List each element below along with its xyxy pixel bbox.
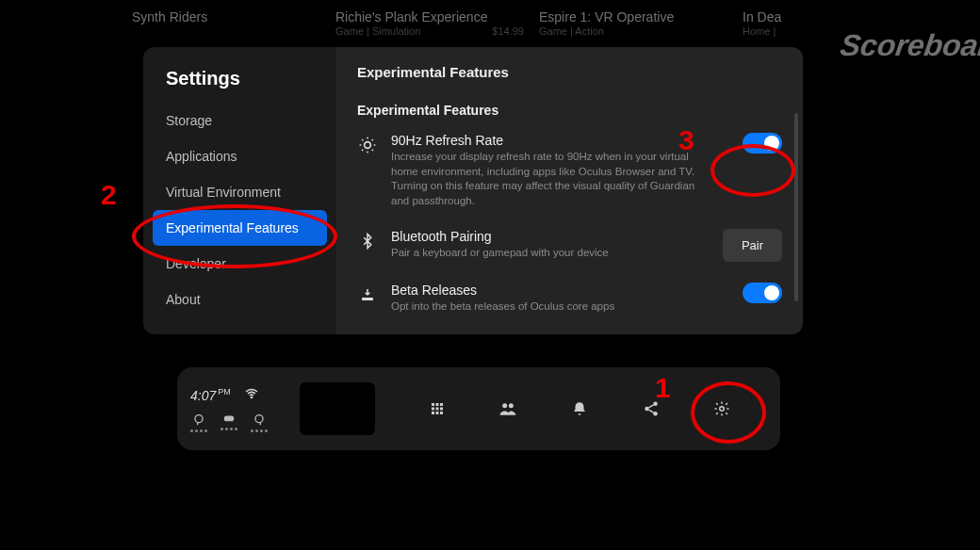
feature-description: Pair a keyboard or gamepad with your dev… [391, 246, 710, 261]
headset-icon [220, 412, 237, 432]
annotation-label-1: 1 [655, 372, 671, 404]
store-tile: In Dea Home | [743, 8, 856, 37]
svg-line-7 [362, 150, 363, 151]
system-dock: 4:07PM [177, 367, 780, 450]
store-tile: Richie's Plank Experience Game | Simulat… [335, 8, 524, 37]
annotation-label-3: 3 [678, 124, 694, 156]
sidebar-item-about[interactable]: About [143, 282, 336, 317]
annotation-label-2: 2 [101, 179, 117, 211]
bluetooth-icon [357, 231, 378, 251]
svg-point-11 [195, 414, 203, 422]
svg-line-6 [372, 150, 373, 151]
bell-icon[interactable] [568, 397, 591, 420]
profile-tile[interactable] [300, 382, 375, 435]
sidebar-item-storage[interactable]: Storage [143, 103, 336, 138]
page-title: Experimental Features [357, 64, 782, 80]
feature-name: Beta Releases [391, 283, 729, 298]
settings-content: Experimental Features Experimental Featu… [336, 47, 803, 334]
tile-subtitle: Game | Action [539, 25, 604, 37]
feature-description: Opt into the beta releases of Oculus cor… [391, 299, 711, 315]
gear-icon[interactable] [710, 397, 733, 420]
apps-icon[interactable] [426, 397, 449, 420]
left-controller-icon [190, 412, 207, 432]
svg-point-0 [365, 142, 371, 149]
sidebar-item-developer[interactable]: Developer [143, 246, 336, 282]
sidebar-item-virtual-environment[interactable]: Virtual Environment [143, 174, 336, 210]
tile-title: In Dea [743, 9, 856, 24]
svg-rect-14 [432, 403, 434, 406]
feature-name: Bluetooth Pairing [391, 229, 710, 244]
clock: 4:07PM [190, 387, 231, 403]
brightness-icon [357, 135, 378, 155]
dock-nav [392, 397, 767, 420]
svg-rect-19 [440, 408, 443, 411]
sidebar-item-experimental-features[interactable]: Experimental Features [153, 210, 327, 246]
download-icon [357, 284, 378, 305]
tile-subtitle: Home | [743, 25, 776, 37]
svg-point-10 [251, 396, 252, 397]
settings-sidebar: Settings Storage Applications Virtual En… [143, 47, 336, 334]
tile-title: Espire 1: VR Operative [539, 9, 727, 24]
svg-rect-9 [362, 298, 373, 300]
settings-panel: Settings Storage Applications Virtual En… [143, 47, 803, 334]
tile-title: Synth Riders [132, 9, 320, 24]
svg-rect-15 [435, 403, 438, 406]
svg-rect-21 [435, 412, 438, 414]
svg-point-23 [503, 403, 508, 408]
svg-rect-20 [432, 412, 434, 414]
tile-subtitle: Game | Simulation [335, 25, 420, 37]
svg-line-5 [362, 139, 363, 140]
feature-row-refresh-rate: 90Hz Refresh Rate Increase your display … [357, 133, 782, 208]
svg-rect-16 [440, 403, 443, 406]
svg-line-8 [372, 139, 373, 140]
tile-title: Richie's Plank Experience [335, 9, 524, 24]
right-controller-icon [251, 412, 268, 432]
bluetooth-pair-button[interactable]: Pair [723, 229, 782, 262]
dock-status-area: 4:07PM [190, 386, 294, 432]
svg-rect-17 [432, 408, 434, 411]
sidebar-item-applications[interactable]: Applications [143, 138, 336, 174]
svg-point-13 [255, 414, 263, 422]
feature-description: Increase your display refresh rate to 90… [391, 150, 711, 208]
svg-point-27 [653, 412, 658, 416]
feature-row-bluetooth: Bluetooth Pairing Pair a keyboard or gam… [357, 229, 782, 262]
settings-title: Settings [143, 68, 336, 103]
svg-point-24 [509, 403, 514, 408]
scoreboard-text: Scoreboar [838, 28, 980, 63]
wifi-icon[interactable] [244, 386, 259, 405]
feature-row-beta: Beta Releases Opt into the beta releases… [357, 283, 782, 315]
people-icon[interactable] [497, 397, 519, 420]
svg-point-28 [720, 407, 725, 412]
svg-rect-12 [224, 415, 235, 421]
svg-rect-22 [440, 412, 443, 414]
scrollbar[interactable] [794, 113, 798, 301]
refresh-rate-toggle[interactable] [743, 133, 782, 154]
tile-price: $14.99 [492, 25, 524, 37]
svg-point-26 [645, 407, 649, 412]
svg-rect-18 [435, 408, 438, 411]
beta-releases-toggle[interactable] [743, 283, 782, 303]
store-tile: Espire 1: VR Operative Game | Action [539, 8, 727, 37]
section-title: Experimental Features [357, 103, 782, 118]
store-tile: Synth Riders [132, 8, 320, 37]
